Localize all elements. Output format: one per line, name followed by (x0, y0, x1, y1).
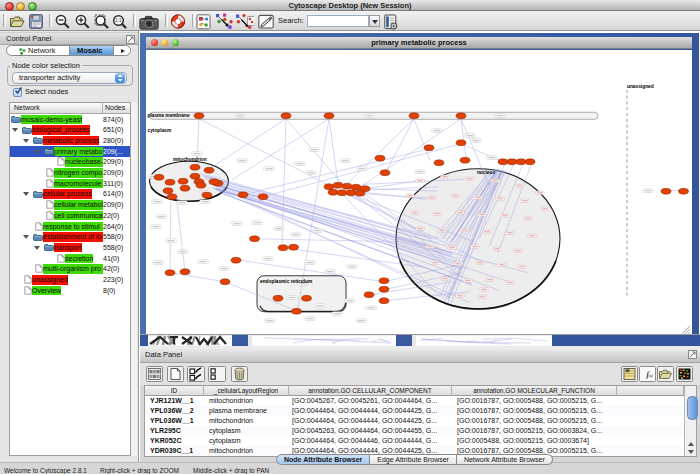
svg-text:nucleus: nucleus (477, 169, 495, 174)
svg-text:mitochondrion: mitochondrion (173, 157, 207, 162)
svg-text:1:1: 1:1 (115, 18, 122, 23)
svg-text:unassigned: unassigned (627, 83, 654, 88)
svg-text:(x): (x) (647, 373, 653, 378)
svg-text:cytoplasm: cytoplasm (148, 127, 172, 132)
svg-text:endoplasmic reticulum: endoplasmic reticulum (260, 278, 312, 283)
svg-text:plasma membrane: plasma membrane (148, 113, 190, 118)
